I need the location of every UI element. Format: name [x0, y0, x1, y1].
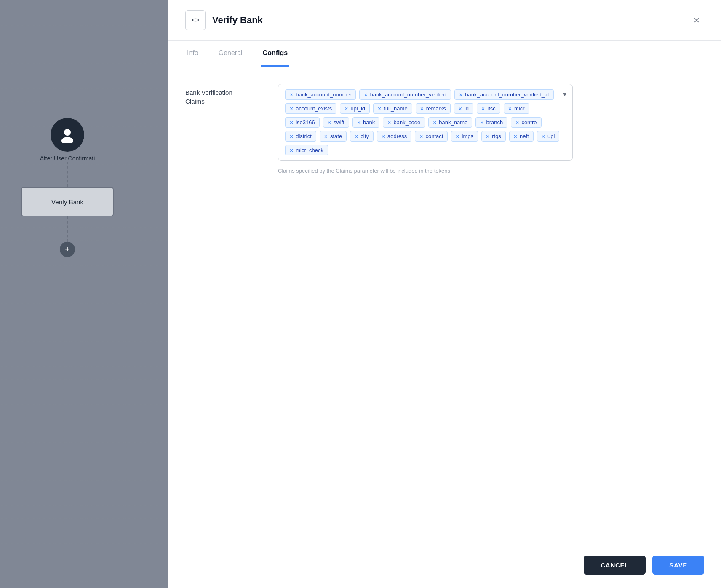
tag-label: micr_check [296, 147, 323, 153]
remove-tag-icon[interactable]: × [486, 134, 489, 139]
claim-tag: ×bank_account_number [285, 89, 356, 100]
save-button[interactable]: SAVE [652, 556, 704, 575]
tag-label: bank_account_number_verified [370, 91, 446, 98]
remove-tag-icon[interactable]: × [357, 120, 360, 126]
claim-tag: ×bank [352, 117, 379, 128]
remove-tag-icon[interactable]: × [456, 134, 459, 139]
remove-tag-icon[interactable]: × [382, 134, 385, 139]
remove-tag-icon[interactable]: × [355, 134, 358, 139]
claim-tag: ×district [285, 131, 316, 142]
tag-label: remarks [426, 105, 446, 112]
claim-tag: ×upi [537, 131, 560, 142]
panel: <> Verify Bank × Info General Configs Ba… [168, 0, 721, 588]
remove-tag-icon[interactable]: × [420, 106, 424, 112]
claims-label: Bank Verification Claims [185, 84, 261, 106]
remove-tag-icon[interactable]: × [459, 92, 462, 98]
remove-tag-icon[interactable]: × [542, 134, 545, 139]
remove-tag-icon[interactable]: × [290, 134, 293, 139]
claim-tag: ×city [350, 131, 374, 142]
tag-label: micr [514, 105, 525, 112]
tag-label: neft [520, 133, 529, 139]
verify-bank-node-label: Verify Bank [51, 198, 83, 206]
tag-label: bank_code [394, 119, 421, 126]
tag-label: bank_account_number_verified_at [465, 91, 549, 98]
panel-header: <> Verify Bank × [168, 0, 721, 41]
claim-tag: ×upi_id [340, 103, 370, 114]
claim-tag: ×swift [323, 117, 349, 128]
title-group: <> Verify Bank [185, 10, 263, 30]
canvas-grid [0, 0, 168, 588]
tag-label: id [465, 105, 469, 112]
panel-footer: CANCEL SAVE [168, 542, 721, 588]
claim-tag: ×bank_account_number_verified [359, 89, 451, 100]
user-node-label: After User Confirmati [40, 155, 95, 162]
remove-tag-icon[interactable]: × [514, 134, 517, 139]
claim-tag: ×full_name [373, 103, 412, 114]
tag-label: ifsc [487, 105, 496, 112]
tag-label: rtgs [492, 133, 501, 139]
dropdown-arrow-icon[interactable]: ▾ [563, 90, 566, 98]
close-button[interactable]: × [689, 13, 704, 28]
tag-label: state [330, 133, 342, 139]
close-icon: × [694, 14, 700, 26]
remove-tag-icon[interactable]: × [378, 106, 381, 112]
claim-tag: ×account_exists [285, 103, 336, 114]
cancel-button[interactable]: CANCEL [584, 556, 646, 575]
remove-tag-icon[interactable]: × [290, 92, 293, 98]
claim-tag: ×address [377, 131, 411, 142]
claims-box[interactable]: ×bank_account_number×bank_account_number… [278, 84, 573, 161]
claim-tag: ×neft [509, 131, 534, 142]
claim-tag: ×bank_name [428, 117, 472, 128]
remove-tag-icon[interactable]: × [419, 134, 423, 139]
claim-tag: ×micr_check [285, 145, 328, 155]
remove-tag-icon[interactable]: × [481, 106, 485, 112]
tag-label: address [387, 133, 407, 139]
connector-line-1 [67, 162, 68, 187]
tag-label: district [296, 133, 312, 139]
claim-tag: ×id [454, 103, 473, 114]
remove-tag-icon[interactable]: × [290, 120, 293, 126]
remove-tag-icon[interactable]: × [515, 120, 519, 126]
tag-label: full_name [384, 105, 407, 112]
form-row-claims: Bank Verification Claims ×bank_account_n… [185, 84, 704, 161]
tag-label: iso3166 [296, 119, 315, 126]
remove-tag-icon[interactable]: × [387, 120, 391, 126]
svg-point-1 [61, 137, 73, 143]
tag-label: upi [547, 133, 555, 139]
remove-tag-icon[interactable]: × [324, 134, 328, 139]
remove-tag-icon[interactable]: × [290, 147, 293, 153]
remove-tag-icon[interactable]: × [344, 106, 348, 112]
tab-general[interactable]: General [217, 41, 244, 67]
claim-tag: ×micr [504, 103, 529, 114]
tag-label: bank [363, 119, 375, 126]
verify-bank-node[interactable]: Verify Bank [21, 187, 114, 216]
tag-label: city [360, 133, 369, 139]
add-node-button[interactable]: + [60, 242, 75, 257]
remove-tag-icon[interactable]: × [433, 120, 436, 126]
claim-tag: ×state [320, 131, 347, 142]
remove-tag-icon[interactable]: × [459, 106, 462, 112]
tab-info[interactable]: Info [185, 41, 200, 67]
remove-tag-icon[interactable]: × [364, 92, 367, 98]
claim-tag: ×iso3166 [285, 117, 320, 128]
remove-tag-icon[interactable]: × [480, 120, 483, 126]
tag-label: centre [521, 119, 537, 126]
claim-tag: ×centre [511, 117, 541, 128]
remove-tag-icon[interactable]: × [508, 106, 512, 112]
claim-tag: ×ifsc [477, 103, 500, 114]
tag-label: bank_account_number [296, 91, 351, 98]
tab-configs[interactable]: Configs [261, 41, 290, 67]
connector-line-2 [67, 216, 68, 242]
tag-label: upi_id [350, 105, 365, 112]
tag-label: account_exists [296, 105, 332, 112]
code-icon-button[interactable]: <> [185, 10, 206, 30]
panel-title: Verify Bank [212, 15, 263, 26]
claims-hint: Claims specified by the Claims parameter… [278, 168, 704, 174]
tag-label: contact [425, 133, 443, 139]
user-node [51, 118, 84, 152]
remove-tag-icon[interactable]: × [290, 106, 293, 112]
claim-tag: ×imps [451, 131, 478, 142]
claim-tag: ×remarks [416, 103, 451, 114]
claim-tag: ×branch [475, 117, 507, 128]
remove-tag-icon[interactable]: × [328, 120, 331, 126]
